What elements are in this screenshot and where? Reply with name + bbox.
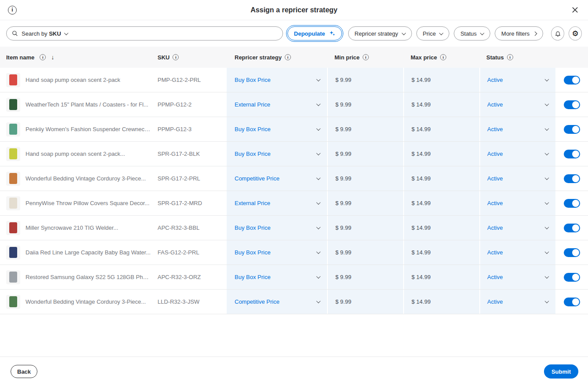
notifications-button[interactable] xyxy=(551,26,564,40)
search-icon xyxy=(12,30,18,37)
status-select[interactable]: Active xyxy=(479,117,555,141)
table-row: Wonderful Bedding Vintage Corduroy 3-Pie… xyxy=(0,166,588,191)
filter-status[interactable]: Status xyxy=(454,26,490,40)
status-value: Active xyxy=(487,151,503,157)
repricer-strategy-select[interactable]: Buy Box Price xyxy=(227,265,327,289)
max-price-field[interactable]: $ 14.99 xyxy=(403,240,479,265)
active-toggle[interactable] xyxy=(564,224,580,232)
info-icon[interactable]: i xyxy=(507,54,513,60)
active-toggle[interactable] xyxy=(564,199,580,208)
strategy-value: Buy Box Price xyxy=(235,151,271,157)
status-select[interactable]: Active xyxy=(479,216,555,240)
min-price-field[interactable]: $ 9.99 xyxy=(327,265,403,289)
min-price-field[interactable]: $ 9.99 xyxy=(327,240,403,265)
item-sku: SPR-G17-2-BLK xyxy=(158,151,200,157)
min-price-field[interactable]: $ 9.99 xyxy=(327,68,403,92)
chevron-down-icon xyxy=(545,102,549,106)
repricer-strategy-select[interactable]: Buy Box Price xyxy=(227,240,327,265)
min-price-field[interactable]: $ 9.99 xyxy=(327,290,403,314)
active-toggle[interactable] xyxy=(564,174,580,183)
max-price-field[interactable]: $ 14.99 xyxy=(403,191,479,215)
modal-footer: Back Submit xyxy=(0,357,588,386)
repricer-strategy-select[interactable]: Competitive Price xyxy=(227,166,327,191)
min-price-field[interactable]: $ 9.99 xyxy=(327,117,403,141)
repricer-strategy-select[interactable]: External Price xyxy=(227,191,327,215)
max-price-field[interactable]: $ 14.99 xyxy=(403,68,479,92)
search-input[interactable]: Search by SKU xyxy=(6,26,283,40)
max-price-field[interactable]: $ 14.99 xyxy=(403,216,479,240)
min-price-field[interactable]: $ 9.99 xyxy=(327,191,403,215)
info-icon[interactable]: i xyxy=(40,54,46,60)
max-price-field[interactable]: $ 14.99 xyxy=(403,290,479,314)
strategy-value: External Price xyxy=(235,101,270,108)
min-price-value: $ 9.99 xyxy=(335,249,351,256)
repricer-strategy-select[interactable]: Buy Box Price xyxy=(227,68,327,92)
active-toggle[interactable] xyxy=(564,100,580,109)
max-price-field[interactable]: $ 14.99 xyxy=(403,117,479,141)
repricer-strategy-select[interactable]: External Price xyxy=(227,92,327,117)
repricer-strategy-select[interactable]: Competitive Price xyxy=(227,290,327,314)
min-price-value: $ 9.99 xyxy=(335,175,351,182)
chevron-down-icon xyxy=(545,200,549,205)
status-select[interactable]: Active xyxy=(479,92,555,117)
max-price-field[interactable]: $ 14.99 xyxy=(403,92,479,117)
min-price-value: $ 9.99 xyxy=(335,298,351,305)
gear-icon: ⚙ xyxy=(572,30,578,37)
item-name: Restored Samsung Galaxy S22 5G 128GB Pha… xyxy=(26,274,151,280)
repricer-strategy-select[interactable]: Buy Box Price xyxy=(227,142,327,166)
info-icon[interactable]: i xyxy=(440,54,446,60)
max-price-field[interactable]: $ 14.99 xyxy=(403,166,479,191)
chevron-down-icon xyxy=(480,31,485,35)
min-price-field[interactable]: $ 9.99 xyxy=(327,92,403,117)
item-name: Penkiiy Women's Fashion Suspender Crewne… xyxy=(26,126,151,132)
chevron-down-icon xyxy=(545,299,549,303)
product-image xyxy=(6,172,20,186)
min-price-value: $ 9.99 xyxy=(335,77,351,83)
toggle-cell xyxy=(555,240,588,265)
filter-price[interactable]: Price xyxy=(416,26,450,40)
table-row: Hand soap pump ocean scent 2-pack... SPR… xyxy=(0,142,588,166)
active-toggle[interactable] xyxy=(564,298,580,306)
info-icon[interactable]: i xyxy=(8,6,17,15)
more-filters-button[interactable]: More filters xyxy=(495,26,543,40)
table-header: Item name i ↓ SKU i Repricer strategy i … xyxy=(0,47,588,68)
settings-button[interactable]: ⚙ xyxy=(569,26,582,40)
active-toggle[interactable] xyxy=(564,76,580,85)
max-price-field[interactable]: $ 14.99 xyxy=(403,142,479,166)
min-price-value: $ 9.99 xyxy=(335,101,351,108)
status-select[interactable]: Active xyxy=(479,142,555,166)
status-select[interactable]: Active xyxy=(479,68,555,92)
repricer-strategy-select[interactable]: Buy Box Price xyxy=(227,216,327,240)
active-toggle[interactable] xyxy=(564,273,580,282)
status-select[interactable]: Active xyxy=(479,240,555,265)
info-icon[interactable]: i xyxy=(285,54,291,60)
active-toggle[interactable] xyxy=(564,125,580,134)
close-icon[interactable] xyxy=(570,5,580,15)
min-price-field[interactable]: $ 9.99 xyxy=(327,166,403,191)
table-body: Hand soap pump ocean scent 2-pack PMP-G1… xyxy=(0,68,588,314)
sku-cell: PPMP-G12-2 xyxy=(151,92,227,117)
status-value: Active xyxy=(487,224,503,231)
info-icon[interactable]: i xyxy=(173,54,179,60)
back-button[interactable]: Back xyxy=(11,365,37,378)
active-toggle[interactable] xyxy=(564,150,580,158)
min-price-field[interactable]: $ 9.99 xyxy=(327,142,403,166)
chevron-down-icon xyxy=(316,274,321,279)
repricer-strategy-select[interactable]: Buy Box Price xyxy=(227,117,327,141)
status-select[interactable]: Active xyxy=(479,166,555,191)
max-price-field[interactable]: $ 14.99 xyxy=(403,265,479,289)
sort-desc-icon[interactable]: ↓ xyxy=(51,54,54,61)
min-price-field[interactable]: $ 9.99 xyxy=(327,216,403,240)
table-row: Miller Syncrowave 210 TIG Welder... APC-… xyxy=(0,216,588,240)
info-icon[interactable]: i xyxy=(363,54,369,60)
status-select[interactable]: Active xyxy=(479,191,555,215)
status-select[interactable]: Active xyxy=(479,290,555,314)
status-select[interactable]: Active xyxy=(479,265,555,289)
item-cell: Penkiiy Women's Fashion Suspender Crewne… xyxy=(0,117,151,141)
more-filters-label: More filters xyxy=(501,30,529,37)
submit-button[interactable]: Submit xyxy=(544,364,578,379)
depopulate-button[interactable]: Depopulate xyxy=(287,26,342,40)
active-toggle[interactable] xyxy=(564,248,580,257)
item-name: Wonderful Bedding Vintage Corduroy 3-Pie… xyxy=(26,298,146,305)
filter-repricer-strategy[interactable]: Repricer strategy xyxy=(348,26,412,40)
